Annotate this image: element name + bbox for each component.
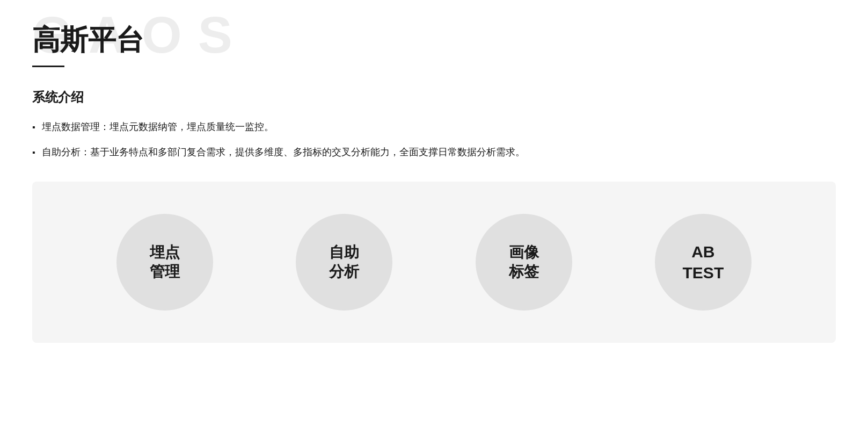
bullet-text-2: 自助分析：基于业务特点和多部门复合需求，提供多维度、多指标的交叉分析能力，全面支… [42, 144, 836, 161]
module-tracking[interactable]: 埋点 管理 [116, 214, 213, 311]
module-portrait[interactable]: 画像 标签 [476, 214, 572, 311]
section-title: 系统介绍 [32, 89, 836, 106]
title-divider [32, 66, 64, 67]
modules-card: 埋点 管理 自助 分析 画像 标签 AB TEST [32, 182, 836, 343]
bullet-item-2: 自助分析：基于业务特点和多部门复合需求，提供多维度、多指标的交叉分析能力，全面支… [32, 144, 836, 161]
intro-bullet-list: 埋点数据管理：埋点元数据纳管，埋点质量统一监控。 自助分析：基于业务特点和多部门… [32, 119, 836, 160]
module-analysis[interactable]: 自助 分析 [296, 214, 392, 311]
page-container: GAOS 高斯平台 系统介绍 埋点数据管理：埋点元数据纳管，埋点质量统一监控。 … [0, 0, 868, 364]
bullet-text-1: 埋点数据管理：埋点元数据纳管，埋点质量统一监控。 [42, 119, 836, 135]
module-abtest[interactable]: AB TEST [655, 214, 752, 311]
bullet-item-1: 埋点数据管理：埋点元数据纳管，埋点质量统一监控。 [32, 119, 836, 135]
page-title: 高斯平台 [32, 21, 836, 59]
